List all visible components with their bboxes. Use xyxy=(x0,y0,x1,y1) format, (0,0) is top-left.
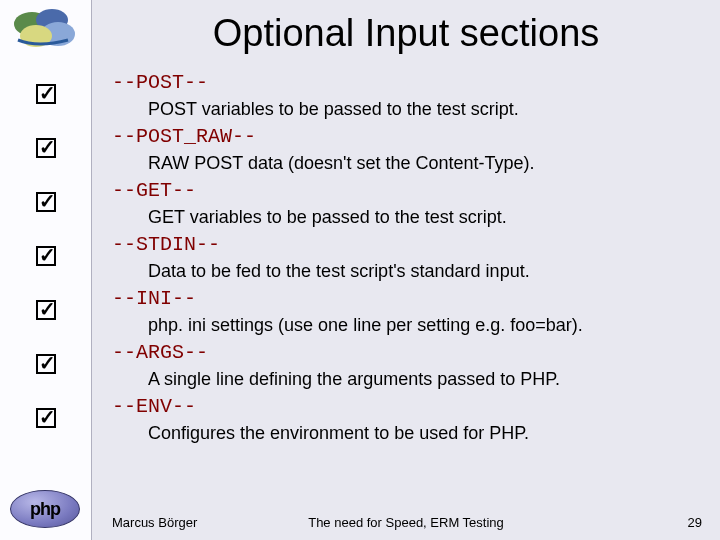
main-area: Optional Input sections --POST-- POST va… xyxy=(92,0,720,540)
section-header: --INI-- xyxy=(112,285,702,312)
check-item xyxy=(0,298,92,352)
section-row: --POST_RAW-- RAW POST data (doesn't set … xyxy=(112,123,702,176)
check-item xyxy=(0,82,92,136)
sidebar: php xyxy=(0,0,92,540)
check-item xyxy=(0,406,92,460)
checkbox-icon xyxy=(36,246,56,266)
section-row: --ENV-- Configures the environment to be… xyxy=(112,393,702,446)
checkbox-icon xyxy=(36,84,56,104)
section-row: --POST-- POST variables to be passed to … xyxy=(112,69,702,122)
section-header: --STDIN-- xyxy=(112,231,702,258)
check-item xyxy=(0,352,92,406)
content-area: --POST-- POST variables to be passed to … xyxy=(92,65,720,446)
check-item xyxy=(0,244,92,298)
checkbox-icon xyxy=(36,138,56,158)
checkmark-column xyxy=(0,82,92,460)
section-header: --ENV-- xyxy=(112,393,702,420)
section-header: --POST-- xyxy=(112,69,702,96)
section-header: --GET-- xyxy=(112,177,702,204)
section-body: php. ini settings (use one line per sett… xyxy=(112,312,702,338)
footer: Marcus Börger The need for Speed, ERM Te… xyxy=(92,510,720,534)
section-row: --ARGS-- A single line defining the argu… xyxy=(112,339,702,392)
section-body: POST variables to be passed to the test … xyxy=(112,96,702,122)
checkbox-icon xyxy=(36,354,56,374)
section-row: --INI-- php. ini settings (use one line … xyxy=(112,285,702,338)
checkbox-icon xyxy=(36,300,56,320)
section-header: --POST_RAW-- xyxy=(112,123,702,150)
section-body: Data to be fed to the test script's stan… xyxy=(112,258,702,284)
section-body: RAW POST data (doesn't set the Content-T… xyxy=(112,150,702,176)
slide-title: Optional Input sections xyxy=(92,0,720,65)
check-item xyxy=(0,190,92,244)
section-body: A single line defining the arguments pas… xyxy=(112,366,702,392)
checkbox-icon xyxy=(36,192,56,212)
corner-logo-icon xyxy=(8,4,82,54)
footer-page-number: 29 xyxy=(688,515,702,530)
php-logo-icon: php xyxy=(10,490,80,530)
section-body: Configures the environment to be used fo… xyxy=(112,420,702,446)
checkbox-icon xyxy=(36,408,56,428)
section-body: GET variables to be passed to the test s… xyxy=(112,204,702,230)
section-header: --ARGS-- xyxy=(112,339,702,366)
section-row: --GET-- GET variables to be passed to th… xyxy=(112,177,702,230)
php-logo-text: php xyxy=(30,499,60,520)
footer-title: The need for Speed, ERM Testing xyxy=(92,515,720,530)
check-item xyxy=(0,136,92,190)
section-row: --STDIN-- Data to be fed to the test scr… xyxy=(112,231,702,284)
